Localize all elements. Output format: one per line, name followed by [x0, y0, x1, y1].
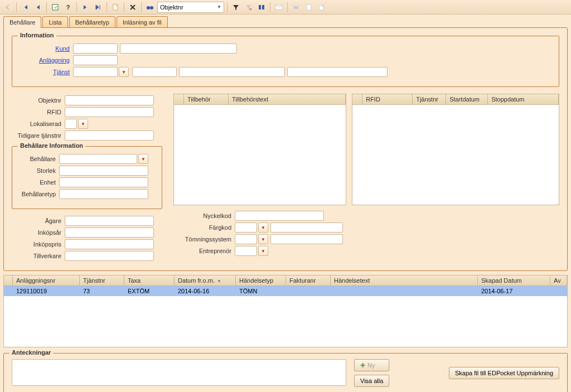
- col-rfid-tjanstnr[interactable]: Tjänstnr: [413, 94, 446, 104]
- input-storlek[interactable]: [59, 166, 148, 176]
- tab-behallaretyp[interactable]: Behållaretyp: [69, 16, 115, 28]
- svg-rect-9: [294, 4, 298, 6]
- grid-rfid[interactable]: RFID Tjänstnr Startdatum Stoppdatum: [352, 94, 559, 205]
- dropdown-fargkod[interactable]: ▼: [258, 222, 268, 233]
- mail-icon[interactable]: [273, 2, 284, 13]
- notes-textarea[interactable]: [12, 359, 346, 386]
- input-tjanst-2[interactable]: [132, 67, 177, 77]
- input-fargkod-2[interactable]: [270, 222, 343, 233]
- input-entreprenor[interactable]: [235, 246, 257, 256]
- binoculars-icon[interactable]: [144, 2, 156, 13]
- col-startdatum[interactable]: Startdatum: [446, 94, 488, 104]
- help-icon[interactable]: ?: [62, 2, 74, 13]
- col-tillbehor[interactable]: Tillbehör: [184, 94, 229, 104]
- columns-icon[interactable]: [256, 2, 267, 13]
- col-taxa[interactable]: Taxa: [124, 275, 175, 285]
- input-enhet[interactable]: [59, 177, 148, 187]
- svg-point-2: [116, 4, 118, 7]
- col-fakturanr[interactable]: Fakturanr: [286, 275, 331, 285]
- legend-information: Information: [18, 32, 56, 38]
- tabstrip: Behållare Lista Behållaretyp Inläsning a…: [0, 16, 571, 28]
- button-ny[interactable]: ✚Ny: [354, 359, 389, 371]
- table-row[interactable]: 129110019 73 EXTÖM 2014-06-16 TÖMN 2014-…: [4, 286, 567, 296]
- filter-icon[interactable]: [230, 2, 241, 13]
- label-behallaretyp: Behållaretyp: [20, 191, 59, 197]
- next-icon[interactable]: [80, 2, 91, 13]
- input-tidigare[interactable]: [65, 130, 154, 141]
- grid-tillbehor[interactable]: Tillbehör Tillbehörstext: [173, 94, 346, 205]
- label-tillverkare: Tillverkare: [12, 253, 65, 259]
- tab-inlasning[interactable]: Inläsning av fil: [117, 16, 168, 28]
- col-tillbehorstext[interactable]: Tillbehörstext: [229, 94, 346, 104]
- link-anlaggning[interactable]: Anläggning: [39, 57, 70, 64]
- doc-icon[interactable]: [303, 2, 314, 13]
- new-icon[interactable]: [110, 2, 121, 13]
- grid-events[interactable]: Anläggningsnr Tjänstnr Taxa Datum fr.o.m…: [3, 275, 568, 347]
- input-objektnr[interactable]: [65, 95, 154, 105]
- col-stoppdatum[interactable]: Stoppdatum: [488, 94, 559, 104]
- input-kund-1[interactable]: [73, 43, 118, 54]
- svg-rect-6: [262, 5, 264, 9]
- input-inkopsar[interactable]: [65, 228, 154, 238]
- col-av[interactable]: Av: [550, 275, 567, 285]
- input-rfid[interactable]: [65, 107, 154, 117]
- label-nyckelkod: Nyckelkod: [173, 212, 235, 219]
- col-tjanstnr[interactable]: Tjänstnr: [80, 275, 124, 285]
- dropdown-entreprenor[interactable]: ▼: [258, 246, 268, 256]
- input-anlaggning[interactable]: [73, 55, 118, 65]
- input-fargkod[interactable]: [235, 222, 257, 233]
- last-icon[interactable]: [93, 2, 104, 13]
- col-handelsetext[interactable]: Händelsetext: [331, 275, 478, 285]
- prev-icon[interactable]: [32, 2, 43, 13]
- input-tomning[interactable]: [235, 234, 257, 244]
- button-visa-alla[interactable]: Visa alla: [354, 375, 389, 387]
- input-tjanst-3[interactable]: [179, 67, 285, 77]
- dropdown-tjanst[interactable]: ▼: [119, 67, 129, 77]
- tab-behallare[interactable]: Behållare: [3, 16, 41, 28]
- tab-lista[interactable]: Lista: [42, 16, 67, 28]
- delete-icon[interactable]: [127, 2, 138, 13]
- col-rfid[interactable]: RFID: [362, 94, 413, 104]
- col-datumfrom[interactable]: Datum fr.o.m.▼: [175, 275, 236, 285]
- input-behallaretyp[interactable]: [59, 189, 148, 199]
- label-inkopsar: Inköpsår: [12, 229, 65, 236]
- dropdown-lokaliserad[interactable]: ▼: [78, 119, 88, 129]
- label-behallare: Behållare: [20, 156, 59, 162]
- input-tomning-2[interactable]: [270, 234, 343, 244]
- label-objektnr: Objektnr: [12, 97, 65, 104]
- svg-point-4: [150, 6, 153, 9]
- label-rfid: RFID: [12, 109, 65, 115]
- col-anlaggningsnr[interactable]: Anläggningsnr: [13, 275, 80, 285]
- label-agare: Ägare: [12, 217, 65, 224]
- input-inkopspris[interactable]: [65, 239, 154, 249]
- svg-rect-8: [294, 6, 298, 9]
- label-fargkod: Färgkod: [173, 224, 235, 231]
- col-handelsetyp[interactable]: Händelsetyp: [236, 275, 286, 285]
- tab-content: Information Kund Anläggning Tjänst ▼ Obj…: [3, 27, 568, 271]
- link-tjanst[interactable]: Tjänst: [53, 69, 70, 75]
- refresh-icon[interactable]: [50, 2, 61, 13]
- input-agare[interactable]: [65, 216, 154, 226]
- filter-clear-icon[interactable]: [243, 2, 254, 13]
- button-skapa-fil[interactable]: Skapa fil till EDPocket Uppmärkning: [449, 367, 559, 379]
- input-tillverkare[interactable]: [65, 251, 154, 261]
- fieldset-information: Information Kund Anläggning Tjänst ▼: [12, 36, 559, 87]
- svg-point-3: [147, 6, 150, 9]
- first-icon[interactable]: [20, 2, 31, 13]
- legend-behallare: Behållare Information: [18, 142, 85, 149]
- input-kund-2[interactable]: [120, 43, 237, 54]
- label-tidigare: Tidigare tjänstnr: [12, 132, 65, 139]
- dropdown-behallare[interactable]: ▼: [138, 154, 148, 164]
- dropdown-tomning[interactable]: ▼: [258, 234, 268, 244]
- search-field-select[interactable]: Objektnr ▼: [157, 2, 224, 13]
- input-tjanst-4[interactable]: [287, 67, 388, 77]
- back-icon[interactable]: [2, 2, 13, 13]
- link-kund[interactable]: Kund: [55, 45, 70, 52]
- input-tjanst-1[interactable]: [73, 67, 118, 77]
- print-icon[interactable]: [291, 2, 302, 13]
- input-lokaliserad[interactable]: [65, 119, 77, 129]
- export-icon[interactable]: [316, 2, 327, 13]
- col-skapad[interactable]: Skapad Datum: [478, 275, 550, 285]
- input-behallare[interactable]: [59, 154, 137, 164]
- input-nyckelkod[interactable]: [235, 211, 324, 221]
